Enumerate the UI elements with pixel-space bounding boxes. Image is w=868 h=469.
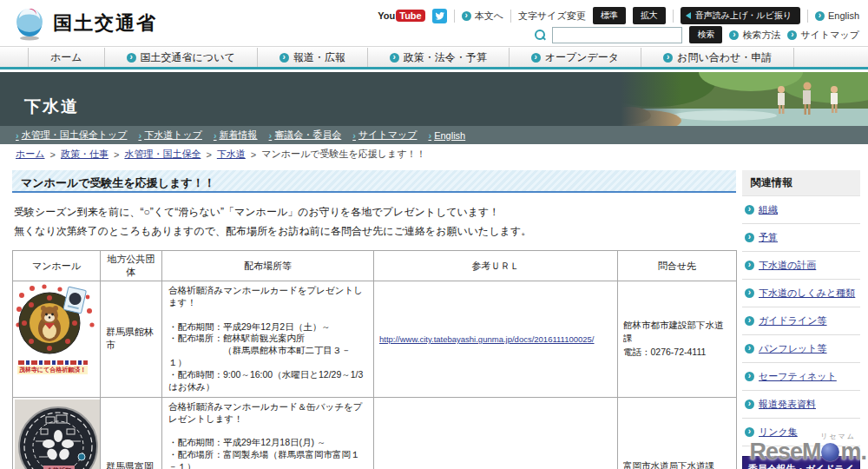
- arrow-icon: [663, 53, 673, 63]
- sidebar-item-guidelines[interactable]: ガイドライン等: [742, 307, 860, 335]
- nav-tab-policy[interactable]: 政策・法令・予算: [367, 48, 509, 67]
- subnav-link-water-top[interactable]: ›水管理・国土保全トップ: [16, 129, 127, 142]
- manhole-table: マンホール 地方公共団体 配布場所等 参考ＵＲＬ 問合せ先: [12, 250, 737, 469]
- table-row: 茂林寺にて合格祈願済！ 群馬県館林市 合格祈願済みマンホールカードをプレゼントし…: [13, 281, 737, 398]
- banner-photo: [621, 72, 868, 126]
- arrow-icon: [745, 372, 754, 381]
- breadcrumb-water[interactable]: 水管理・国土保全: [124, 148, 201, 161]
- contact-cell: 富岡市水道局下水道課 電話：0274-64-1151: [618, 397, 737, 469]
- subnav-link-sitemap[interactable]: ›サイトマップ: [352, 129, 417, 142]
- municipality-cell: 群馬県館林市: [101, 281, 162, 398]
- mlit-logo[interactable]: 国土交通省: [14, 6, 157, 41]
- chevron-icon: ›: [352, 130, 356, 141]
- breadcrumb-current: マンホールで受験生を応援します！！: [261, 148, 425, 161]
- arrow-icon: [745, 261, 754, 270]
- col-header-municipality: 地方公共団体: [101, 251, 162, 281]
- search-input[interactable]: [552, 27, 682, 43]
- nav-tab-contact[interactable]: お問い合わせ・申請: [641, 48, 794, 67]
- sitemap-link[interactable]: サイトマップ: [787, 29, 859, 42]
- arrow-icon: [815, 11, 825, 21]
- search-bar: 検索 検索方法 サイトマップ: [535, 26, 859, 43]
- breadcrumb-sewer[interactable]: 下水道: [217, 148, 246, 161]
- breadcrumb-policy[interactable]: 政策・仕事: [61, 148, 108, 161]
- speaker-icon: [686, 12, 691, 19]
- to-content-link[interactable]: 本文へ: [462, 10, 503, 23]
- arrow-icon: [745, 316, 754, 326]
- municipality-cell: 群馬県富岡市: [101, 397, 162, 469]
- sidebar-item-budget[interactable]: 予算: [742, 224, 860, 252]
- watermark-o-icon: [821, 443, 839, 461]
- resemom-watermark: リセマム ReseMm.: [749, 439, 866, 466]
- reference-url-link[interactable]: http://www.city.tatebayashi.gunma.jp/doc…: [379, 334, 595, 344]
- search-button[interactable]: 検索: [689, 26, 722, 43]
- arrow-icon: [745, 344, 754, 353]
- intro-line-1: 受験シーズン到来を前に、“○”くて“滑らない”「マンホール」のお守りを各地でプレ…: [14, 202, 729, 221]
- sub-nav: ›水管理・国土保全トップ ›下水道トップ ›新着情報 ›審議会・委員会 ›サイト…: [0, 126, 868, 144]
- arrow-icon: [127, 53, 136, 63]
- chevron-icon: ›: [269, 130, 273, 141]
- nav-tab-press[interactable]: 報道・広報: [257, 48, 367, 67]
- sidebar-item-mechanism[interactable]: 下水道のしくみと種類: [742, 280, 860, 307]
- manhole-tomioka-icon: [15, 400, 101, 469]
- contact-cell: 館林市都市建設部下水道課 電話：0276-72-4111: [618, 281, 737, 398]
- manhole-label: 合格祈願: [43, 466, 75, 469]
- twitter-icon[interactable]: [432, 9, 447, 23]
- youtube-icon[interactable]: YouTube: [378, 10, 424, 22]
- col-header-url: 参考ＵＲＬ: [374, 251, 618, 281]
- breadcrumb: ホーム> 政策・仕事> 水管理・国土保全> 下水道> マンホールで受験生を応援し…: [16, 148, 426, 161]
- url-cell: http://www.city.tatebayashi.gunma.jp/doc…: [374, 281, 618, 398]
- divider: [454, 10, 455, 23]
- sidebar-item-organization[interactable]: 組織: [742, 196, 860, 224]
- arrow-icon: [745, 205, 754, 215]
- section-banner: 下水道: [0, 72, 868, 126]
- nav-tab-home[interactable]: ホーム: [28, 48, 104, 67]
- nav-tab-opendata[interactable]: オープンデータ: [509, 48, 641, 67]
- arrow-icon: [745, 427, 754, 437]
- details-cell: 合格祈願済みマンホールカードをプレゼントします！ ・配布期間：平成29年12月2…: [162, 281, 374, 398]
- english-link[interactable]: English: [815, 10, 859, 21]
- subnav-link-council[interactable]: ›審議会・委員会: [269, 129, 342, 142]
- chevron-icon: ›: [428, 130, 431, 141]
- arrow-icon: [390, 53, 399, 63]
- manhole-art-tomioka: 合格祈願: [15, 400, 101, 469]
- divider: [673, 10, 674, 23]
- table-header-row: マンホール 地方公共団体 配布場所等 参考ＵＲＬ 問合せ先: [13, 251, 737, 281]
- arrow-icon: [745, 233, 754, 242]
- chevron-icon: ›: [214, 130, 217, 141]
- sidebar-item-safetynet[interactable]: セーフティネット: [742, 363, 860, 391]
- arrow-icon: [745, 288, 754, 298]
- section-title: 下水道: [24, 96, 79, 118]
- nav-tab-about[interactable]: 国土交通省について: [104, 48, 257, 67]
- font-standard-button[interactable]: 標準: [593, 7, 626, 24]
- manhole-photo-tomioka: 合格祈願: [13, 397, 101, 469]
- arrow-icon: [279, 53, 289, 63]
- search-icon: [535, 30, 545, 40]
- intro-line-2: 無くなり次第終了のところもありますので、配布場所をお訪ね前に各問合せ先にご連絡を…: [14, 221, 729, 241]
- font-enlarge-button[interactable]: 拡大: [633, 7, 666, 24]
- manhole-caption-decoration: [18, 360, 88, 365]
- divider: [807, 10, 808, 23]
- intro-text: 受験シーズン到来を前に、“○”くて“滑らない”「マンホール」のお守りを各地でプレ…: [14, 202, 729, 241]
- subnav-link-sewer-top[interactable]: ›下水道トップ: [138, 129, 201, 142]
- sidebar-item-plan[interactable]: 下水道の計画: [742, 252, 860, 280]
- chevron-icon: ›: [16, 130, 19, 141]
- subnav-link-english[interactable]: ›English: [428, 130, 465, 141]
- breadcrumb-home[interactable]: ホーム: [16, 148, 45, 161]
- arrow-icon: [787, 30, 797, 40]
- sidebar-item-press[interactable]: 報道発表資料: [742, 391, 860, 419]
- sidebar-item-pamphlet[interactable]: パンフレット等: [742, 335, 860, 363]
- subnav-link-news[interactable]: ›新着情報: [214, 129, 258, 142]
- search-help-link[interactable]: 検索方法: [729, 29, 780, 42]
- manhole-art-tatebayashi: 茂林寺にて合格祈願済！: [15, 283, 97, 375]
- col-header-contact: 問合せ先: [618, 251, 737, 281]
- main-nav: ホーム 国土交通省について 報道・広報 政策・法令・予算 オープンデータ お問い…: [0, 48, 868, 69]
- arrow-icon: [729, 30, 739, 40]
- arrow-icon: [531, 53, 541, 63]
- watermark-kana: リセマム: [820, 432, 856, 441]
- utility-bar: YouTube 本文へ 文字サイズ変更 標準 拡大 音声読み上げ・ルビ振り En…: [378, 7, 859, 24]
- audio-read-button[interactable]: 音声読み上げ・ルビ振り: [681, 7, 800, 24]
- url-cell: http://www.tomioka-silk.jp/tomioka-silk-…: [374, 397, 618, 469]
- font-size-label: 文字サイズ変更: [518, 10, 586, 23]
- top-header: 国土交通省 YouTube 本文へ 文字サイズ変更 標準 拡大 音声読み上げ・ル…: [0, 0, 868, 47]
- arrow-icon: [462, 11, 471, 21]
